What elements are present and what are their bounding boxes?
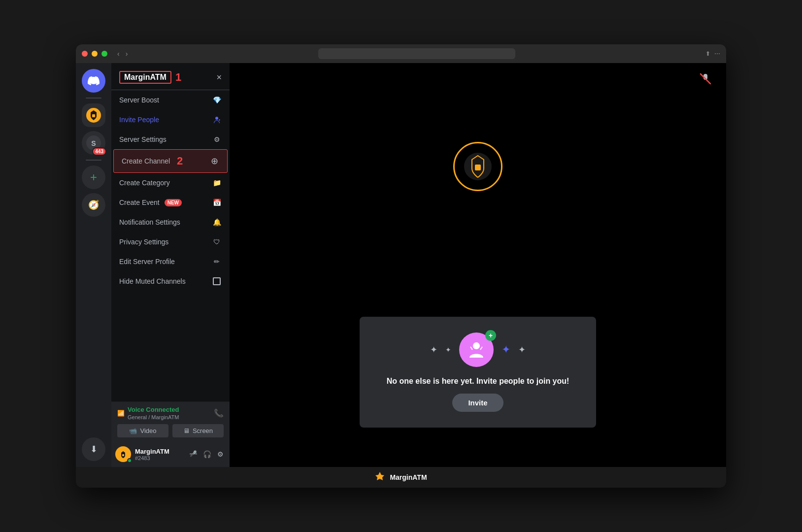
menu-item-server-boost[interactable]: Server Boost 💎: [111, 90, 230, 110]
privacy-settings-label: Privacy Settings: [119, 238, 168, 246]
mac-titlebar: ‹ › ⬆ ⋯: [76, 44, 726, 63]
notification-settings-label: Notification Settings: [119, 218, 180, 226]
boost-icon: 💎: [212, 95, 222, 105]
menu-item-invite-people[interactable]: Invite People: [111, 110, 230, 130]
voice-location-text: General / MarginATM: [128, 414, 179, 420]
svg-rect-1: [92, 114, 95, 117]
forward-button[interactable]: ›: [126, 50, 128, 58]
menu-item-edit-server-profile[interactable]: Edit Server Profile ✏: [111, 252, 230, 271]
video-area: ✦ ✦ + ✦ ✦: [230, 63, 726, 467]
server-icon-second[interactable]: S 443: [82, 131, 105, 155]
user-avatar: [115, 446, 131, 462]
notification-badge: 443: [92, 147, 106, 156]
sparkle-left: ✦: [430, 344, 437, 355]
voice-disconnect-button[interactable]: 📞: [214, 408, 224, 418]
server-sidebar: S 443 + 🧭 ⬇: [76, 63, 111, 467]
sparkle-right: ✦: [518, 344, 526, 355]
user-status-dot: [127, 458, 132, 463]
menu-item-create-event[interactable]: Create Event NEW 📅: [111, 193, 230, 212]
server-settings-label: Server Settings: [119, 135, 167, 143]
channel-panel: MarginATM 1 × Server Boost 💎 Invite Peop…: [111, 63, 230, 467]
add-server-button[interactable]: +: [82, 166, 105, 189]
invite-illustration: ✦ ✦ + ✦ ✦: [379, 332, 576, 367]
sparkle-small-left: ✦: [445, 346, 451, 354]
svg-rect-5: [122, 454, 124, 456]
privacy-shield-icon: 🛡: [212, 237, 222, 247]
server-divider: [86, 98, 101, 99]
screen-icon: 🖥: [183, 427, 190, 434]
annotation-2: 2: [177, 155, 183, 167]
context-menu-header: MarginATM 1 ×: [111, 63, 230, 90]
server-boost-label: Server Boost: [119, 96, 159, 104]
window-share-icon: ⬆: [705, 50, 710, 57]
main-content: ✦ ✦ + ✦ ✦: [230, 63, 726, 467]
bottom-bar: MarginATM: [76, 467, 726, 488]
edit-pencil-icon: ✏: [212, 257, 222, 266]
username-text: MarginATM: [135, 448, 184, 455]
voice-bar: 📶 Voice Connected General / MarginATM 📞 …: [111, 401, 230, 441]
maximize-window-button[interactable]: [101, 51, 107, 57]
user-info: MarginATM #2483: [135, 448, 184, 461]
create-channel-icon: ⊕: [209, 156, 219, 166]
mute-indicator: [700, 73, 711, 87]
bottom-bar-logo-icon: [375, 471, 385, 483]
user-discriminator-text: #2483: [135, 455, 184, 461]
blue-star: ✦: [501, 343, 510, 356]
close-window-button[interactable]: [82, 51, 88, 57]
notification-bell-icon: 🔔: [212, 217, 222, 227]
server-logo-large: [453, 142, 502, 191]
headphones-button[interactable]: 🎧: [201, 448, 213, 460]
back-button[interactable]: ‹: [117, 50, 120, 58]
invite-icon: [212, 115, 222, 125]
menu-item-privacy-settings[interactable]: Privacy Settings 🛡: [111, 232, 230, 252]
video-button[interactable]: 📹 Video: [117, 424, 168, 437]
menu-item-server-settings[interactable]: Server Settings ⚙: [111, 130, 230, 149]
invite-avatar: +: [459, 332, 494, 367]
user-settings-button[interactable]: ⚙: [215, 448, 226, 460]
invite-button[interactable]: Invite: [452, 394, 503, 412]
svg-text:S: S: [91, 139, 96, 147]
svg-point-8: [473, 342, 480, 349]
minimize-window-button[interactable]: [92, 51, 98, 57]
camera-icon: 📹: [129, 427, 137, 434]
invite-add-icon: +: [485, 330, 496, 341]
discover-button[interactable]: 🧭: [82, 193, 105, 217]
new-badge: NEW: [165, 199, 182, 206]
invite-people-label: Invite People: [119, 116, 159, 124]
hide-muted-channels-label: Hide Muted Channels: [119, 277, 186, 285]
create-category-icon: 📁: [212, 178, 222, 188]
server-divider-2: [86, 160, 101, 161]
bottom-bar-server-name: MarginATM: [390, 473, 427, 481]
settings-icon: ⚙: [212, 134, 222, 144]
screen-label: Screen: [193, 427, 213, 434]
video-label: Video: [140, 427, 156, 434]
screen-share-button[interactable]: 🖥 Screen: [172, 424, 224, 437]
voice-signal-icon: 📶: [117, 410, 125, 417]
create-channel-label: Create Channel: [122, 157, 170, 165]
window-menu-icon: ⋯: [714, 50, 720, 57]
user-bar: MarginATM #2483 🎤 🎧 ⚙: [111, 441, 230, 467]
checkbox-icon: [212, 276, 222, 286]
invite-card: ✦ ✦ + ✦ ✦: [360, 317, 596, 428]
edit-server-profile-label: Edit Server Profile: [119, 258, 175, 266]
discord-home-button[interactable]: [82, 69, 105, 93]
create-event-icon: 📅: [212, 198, 222, 207]
mute-button[interactable]: 🎤: [188, 448, 199, 460]
context-menu: MarginATM 1 × Server Boost 💎 Invite Peop…: [111, 63, 230, 467]
voice-status-text: Voice Connected: [128, 406, 179, 413]
create-event-label: Create Event: [119, 199, 160, 206]
svg-rect-7: [475, 165, 481, 170]
server-name-title: MarginATM: [119, 71, 171, 84]
menu-item-notification-settings[interactable]: Notification Settings 🔔: [111, 212, 230, 232]
menu-item-create-channel[interactable]: Create Channel 2 ⊕: [113, 149, 228, 173]
menu-item-create-category[interactable]: Create Category 📁: [111, 173, 230, 193]
server-icon-marginate[interactable]: [82, 103, 105, 127]
download-button[interactable]: ⬇: [82, 437, 105, 461]
close-menu-button[interactable]: ×: [216, 72, 222, 83]
invite-text: No one else is here yet. Invite people t…: [379, 377, 576, 386]
annotation-1: 1: [175, 71, 181, 84]
create-category-label: Create Category: [119, 179, 170, 187]
url-bar[interactable]: [318, 48, 515, 59]
menu-item-hide-muted-channels[interactable]: Hide Muted Channels: [111, 271, 230, 291]
